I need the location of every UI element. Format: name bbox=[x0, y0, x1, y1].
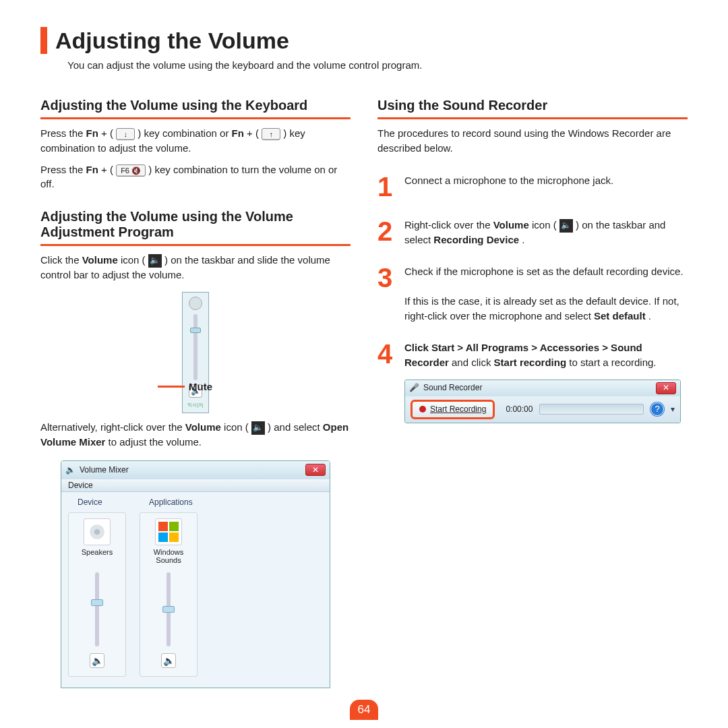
volume-word: Volume bbox=[493, 219, 529, 231]
microphone-icon: 🎤 bbox=[409, 382, 419, 394]
speaker-icon: 🔈 bbox=[65, 465, 75, 475]
windows-logo-icon bbox=[155, 518, 182, 545]
text: + ( bbox=[101, 127, 113, 139]
speaker-icon: 🔈 bbox=[561, 220, 571, 231]
set-default-label: Set default bbox=[594, 310, 646, 322]
speaker-icon: 🔈 bbox=[253, 422, 263, 433]
slider-thumb bbox=[91, 599, 103, 606]
start-recording-text: Start Recording bbox=[430, 404, 486, 415]
windows-flag-icon bbox=[158, 522, 179, 542]
text: Right-click over the bbox=[404, 219, 493, 231]
intro-text: You can adjust the volume using the keyb… bbox=[67, 59, 688, 71]
device-icon bbox=[189, 297, 202, 310]
volume-word: Volume bbox=[185, 421, 221, 433]
device-group: Device Speakers 🔈 bbox=[68, 497, 126, 677]
sound-recorder-window: 🎤 Sound Recorder ✕ Start Recording 0:00:… bbox=[404, 380, 681, 423]
mute-label: Mute bbox=[189, 381, 212, 392]
start-recording-button[interactable]: Start Recording bbox=[411, 400, 495, 419]
close-button[interactable]: ✕ bbox=[305, 464, 326, 476]
step-2: 2 Right-click over the Volume icon ( 🔈 )… bbox=[377, 218, 688, 247]
windows-sounds-column: Windows Sounds 🔈 bbox=[140, 512, 198, 677]
step-4-text: Click Start > All Programs > Accessories… bbox=[404, 340, 688, 423]
mute-callout: Mute bbox=[158, 381, 212, 392]
level-meter bbox=[539, 404, 644, 415]
dropdown-icon[interactable]: ▾ bbox=[671, 404, 675, 415]
window-menubar: Device bbox=[61, 479, 330, 492]
volume-slider-illustration: 🔈 믹서(X) Mute bbox=[128, 292, 263, 413]
mixer-body: Device Speakers 🔈 Applications bbox=[61, 492, 330, 688]
left-column: Adjusting the Volume using the Keyboard … bbox=[40, 91, 351, 688]
step-number: 1 bbox=[377, 173, 398, 200]
window-titlebar: 🎤 Sound Recorder ✕ bbox=[405, 380, 680, 396]
speaker-cone-icon bbox=[88, 523, 106, 541]
volume-popup: 🔈 믹서(X) bbox=[182, 292, 209, 413]
step-4: 4 Click Start > All Programs > Accessori… bbox=[377, 340, 688, 423]
svg-point-1 bbox=[94, 528, 100, 535]
help-icon[interactable]: ? bbox=[650, 402, 664, 416]
slider-thumb bbox=[190, 328, 201, 333]
text: icon ( bbox=[121, 254, 146, 266]
start-recording-label: Start recording bbox=[494, 357, 567, 368]
para-click-volume-icon: Click the Volume icon ( 🔈 ) on the taskb… bbox=[40, 253, 351, 282]
title-accent-bar bbox=[40, 27, 47, 54]
text: icon ( bbox=[532, 219, 557, 231]
volume-up-key-icon: ↑ bbox=[262, 128, 280, 140]
step-3: 3 Check if the microphone is set as the … bbox=[377, 264, 688, 323]
heading-keyboard: Adjusting the Volume using the Keyboard bbox=[40, 98, 351, 119]
close-button[interactable]: ✕ bbox=[656, 382, 676, 394]
taskbar-volume-icon: 🔈 bbox=[148, 254, 162, 268]
mute-toggle-icon[interactable]: 🔈 bbox=[90, 653, 104, 668]
text: Check if the microphone is set as the de… bbox=[404, 266, 684, 277]
window-title: Volume Mixer bbox=[80, 465, 129, 475]
recording-time: 0:00:00 bbox=[506, 404, 533, 415]
volume-down-key-icon: ↓ bbox=[116, 128, 135, 140]
text: Press the bbox=[40, 164, 86, 175]
text: ) and select bbox=[268, 421, 323, 433]
sound-recorder-body: Start Recording 0:00:00 ? ▾ bbox=[405, 396, 680, 423]
step-3-text: Check if the microphone is set as the de… bbox=[404, 264, 688, 323]
step-1: 1 Connect a microphone to the microphone… bbox=[377, 173, 688, 200]
taskbar-volume-icon: 🔈 bbox=[251, 421, 265, 435]
text: . bbox=[648, 310, 651, 322]
speakers-column: Speakers 🔈 bbox=[68, 512, 126, 677]
record-dot-icon bbox=[419, 406, 426, 413]
text: to start a recording. bbox=[569, 357, 656, 368]
device-menu[interactable]: Device bbox=[68, 481, 93, 490]
text: Click the bbox=[40, 254, 82, 266]
text: Press the bbox=[40, 127, 86, 139]
columns: Adjusting the Volume using the Keyboard … bbox=[40, 91, 688, 688]
text: to adjust the volume. bbox=[109, 436, 202, 448]
window-titlebar: 🔈 Volume Mixer ✕ bbox=[61, 461, 330, 479]
speaker-icon: 🔈 bbox=[150, 255, 160, 266]
slider-track bbox=[166, 572, 171, 646]
page-title-row: Adjusting the Volume bbox=[40, 27, 688, 54]
text: and click bbox=[452, 357, 494, 368]
mixer-link: 믹서(X) bbox=[187, 402, 203, 408]
step-2-text: Right-click over the Volume icon ( 🔈 ) o… bbox=[404, 218, 688, 247]
mute-key-icon: F6 🔇 bbox=[116, 164, 146, 177]
page-title: Adjusting the Volume bbox=[55, 28, 289, 54]
step-number: 4 bbox=[377, 340, 398, 367]
para-open-volume-mixer: Alternatively, right-click over the Volu… bbox=[40, 420, 351, 450]
slider-thumb bbox=[162, 606, 175, 613]
para-key-combo-volume: Press the Fn + ( ↓ ) key combination or … bbox=[40, 126, 351, 156]
speakers-device-icon bbox=[84, 518, 111, 545]
window-title: Sound Recorder bbox=[423, 382, 482, 394]
mute-toggle-icon[interactable]: 🔈 bbox=[161, 653, 176, 668]
fn-key-label: Fn bbox=[86, 127, 98, 139]
step-number: 3 bbox=[377, 264, 398, 291]
text: . bbox=[522, 234, 524, 245]
speakers-label: Speakers bbox=[82, 548, 113, 566]
fn-key-label: Fn bbox=[232, 127, 244, 139]
slider-track bbox=[95, 572, 99, 646]
page-number-badge: 64 bbox=[350, 700, 378, 720]
text: + ( bbox=[247, 127, 259, 139]
text: Alternatively, right-click over the bbox=[40, 421, 185, 433]
windows-sounds-label: Windows Sounds bbox=[150, 548, 187, 566]
heading-sound-recorder: Using the Sound Recorder bbox=[377, 98, 688, 119]
text: ) key combination or bbox=[138, 127, 231, 139]
text: + ( bbox=[101, 164, 113, 175]
recording-device-label: Recording Device bbox=[433, 234, 519, 245]
applications-header: Applications bbox=[149, 497, 198, 507]
callout-line bbox=[158, 386, 185, 388]
